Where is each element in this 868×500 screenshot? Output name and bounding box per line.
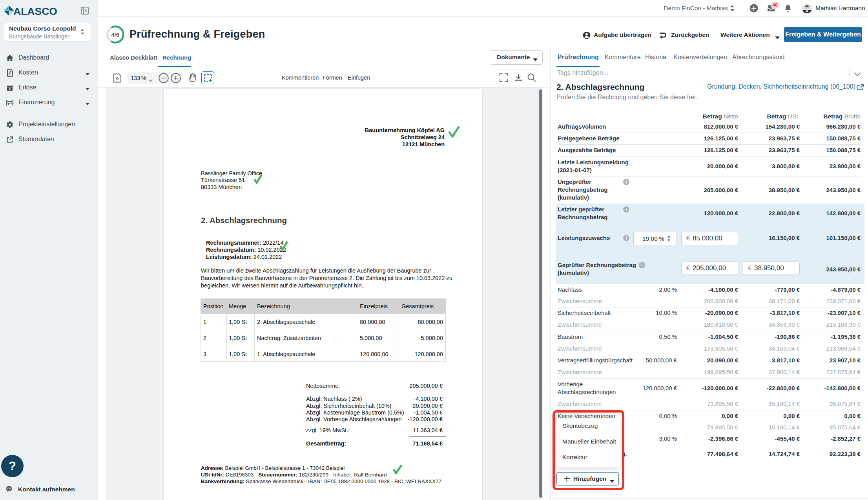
svg-text:4/6: 4/6 (111, 31, 120, 38)
